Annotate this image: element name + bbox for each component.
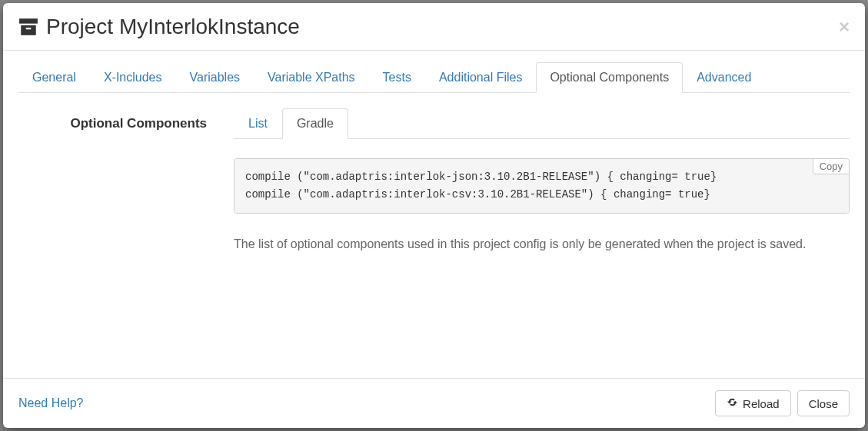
modal-footer: Need Help? Reload Close (3, 378, 865, 428)
code-content: compile ("com.adaptris:interlok-json:3.1… (245, 171, 717, 201)
project-modal: Project MyInterlokInstance × General X-I… (3, 3, 865, 428)
svg-rect-0 (19, 18, 38, 24)
tab-additional-files[interactable]: Additional Files (425, 62, 537, 93)
modal-title-text: Project MyInterlokInstance (46, 15, 300, 39)
modal-title: Project MyInterlokInstance (18, 15, 300, 39)
reload-label: Reload (743, 397, 780, 410)
reload-icon (727, 396, 738, 410)
svg-rect-2 (26, 28, 32, 29)
tab-tests[interactable]: Tests (369, 62, 425, 93)
content-row: Optional Components List Gradle Copycomp… (18, 108, 850, 254)
close-button[interactable]: Close (797, 390, 850, 416)
tab-optional-components[interactable]: Optional Components (536, 62, 683, 93)
sub-tab-list[interactable]: List (234, 108, 282, 139)
modal-header: Project MyInterlokInstance × (3, 3, 865, 51)
tab-variable-xpaths[interactable]: Variable XPaths (254, 62, 369, 93)
tab-general[interactable]: General (18, 62, 90, 93)
close-icon[interactable]: × (839, 18, 850, 36)
copy-button[interactable]: Copy (813, 158, 850, 174)
modal-body: General X-Includes Variables Variable XP… (3, 51, 865, 378)
content-main: List Gradle Copycompile ("com.adaptris:i… (234, 108, 850, 254)
sub-tab-gradle[interactable]: Gradle (282, 108, 348, 139)
footer-buttons: Reload Close (715, 390, 850, 416)
section-heading: Optional Components (18, 108, 218, 254)
reload-button[interactable]: Reload (715, 390, 791, 416)
info-text: The list of optional components used in … (234, 235, 850, 254)
tab-x-includes[interactable]: X-Includes (90, 62, 176, 93)
svg-rect-1 (21, 25, 36, 35)
sub-tabs: List Gradle (234, 108, 850, 139)
gradle-code-block: Copycompile ("com.adaptris:interlok-json… (234, 158, 850, 214)
archive-icon (18, 18, 38, 36)
main-tabs: General X-Includes Variables Variable XP… (18, 62, 850, 93)
help-link[interactable]: Need Help? (18, 396, 84, 410)
tab-variables[interactable]: Variables (176, 62, 254, 93)
tab-advanced[interactable]: Advanced (683, 62, 765, 93)
